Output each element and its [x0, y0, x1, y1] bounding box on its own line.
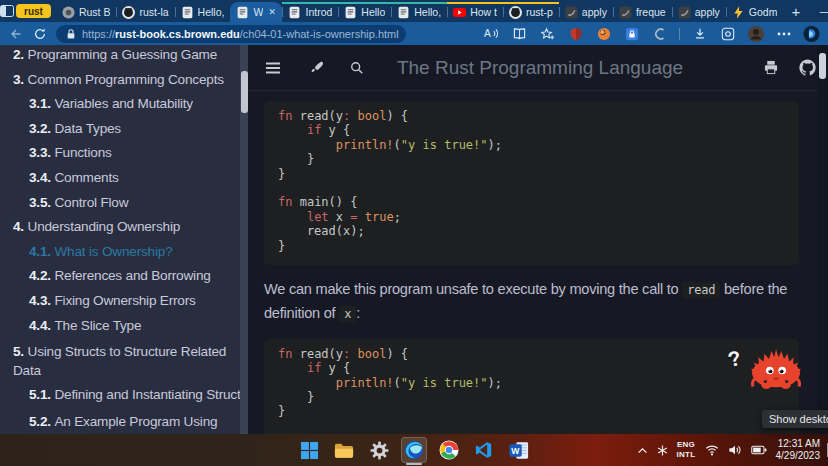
chapter-number: 3. — [13, 72, 28, 87]
sidebar-item[interactable]: 5.1. Defining and Instantiating Structs — [13, 387, 234, 403]
chapter-title: Variables and Mutability — [54, 96, 193, 111]
start-button[interactable] — [296, 437, 322, 463]
sidebar-item[interactable]: 2. Programming a Guessing Game — [13, 47, 234, 63]
book-title: The Rust Programming Language — [248, 57, 828, 79]
chapter-title: Understanding Ownership — [28, 219, 181, 234]
theme-brush-icon[interactable] — [306, 59, 324, 77]
tray-chevron-icon[interactable] — [637, 447, 648, 454]
browser-tab[interactable]: W✕ — [230, 2, 282, 22]
browser-tab[interactable]: freque — [613, 2, 672, 22]
code-block-2: fn read(y: bool) { if y { println!("y is… — [264, 339, 799, 434]
edge-taskbar-icon[interactable] — [401, 437, 427, 463]
sidebar-item[interactable]: 3.3. Functions — [13, 145, 234, 161]
browser-tab[interactable]: Hello — [338, 2, 391, 22]
browser-tab[interactable]: Hello, — [175, 2, 231, 22]
chapter-title: Control Flow — [54, 195, 128, 210]
settings-dots-icon[interactable] — [775, 25, 792, 42]
page-scrollbar-thumb[interactable] — [819, 53, 826, 79]
tab-group-pill[interactable]: rust — [16, 4, 51, 18]
tab-close-icon[interactable]: ✕ — [268, 7, 276, 17]
page-scrollbar[interactable] — [817, 45, 828, 434]
chapter-number: 2. — [13, 47, 28, 62]
refresh-icon[interactable] — [32, 26, 48, 42]
extension-shield-icon[interactable] — [567, 25, 584, 42]
rust-logo-icon — [62, 6, 75, 19]
sidebar-item[interactable]: 4.3. Fixing Ownership Errors — [13, 293, 234, 309]
volume-icon[interactable] — [728, 444, 742, 456]
browser-essentials-icon[interactable] — [719, 25, 736, 42]
browser-tab[interactable]: apply — [672, 2, 726, 22]
sidebar-item[interactable]: 3.5. Control Flow — [13, 195, 234, 211]
sidebar-scrollbar-thumb[interactable] — [241, 71, 248, 113]
new-tab-button[interactable]: + — [783, 3, 808, 20]
chrome-taskbar-icon[interactable] — [436, 437, 462, 463]
sidebar-item[interactable]: 5.2. An Example Program Using Structs — [13, 412, 234, 434]
immersive-reader-icon[interactable] — [511, 25, 528, 42]
extension-lock-icon[interactable] — [623, 25, 640, 42]
book-icon — [397, 6, 410, 19]
sidebar-item[interactable]: 3.2. Data Types — [13, 121, 234, 137]
code-line: fn main() { — [278, 195, 789, 209]
browser-tab[interactable]: Godm — [726, 2, 784, 22]
browser-tab[interactable]: rust-la — [116, 2, 174, 22]
minimize-button[interactable]: — — [808, 0, 828, 22]
battery-icon[interactable] — [751, 445, 767, 455]
browser-tab[interactable]: rust-p — [503, 2, 559, 22]
browser-toolbar: https://rust-book.cs.brown.edu/ch04-01-w… — [0, 22, 828, 45]
sidebar-item[interactable]: 4.2. References and Borrowing — [13, 268, 234, 284]
browser-tab[interactable]: Rust B — [56, 2, 117, 22]
downloads-icon[interactable] — [691, 25, 708, 42]
wifi-icon[interactable] — [705, 444, 719, 456]
settings-gear-icon[interactable] — [366, 437, 392, 463]
chapter-number: 5.2. — [29, 414, 54, 429]
search-icon[interactable] — [348, 59, 366, 77]
hamburger-menu-icon[interactable] — [264, 59, 282, 77]
url-path: /ch04-01-what-is-ownership.html — [240, 28, 399, 40]
github-icon — [122, 6, 135, 19]
lock-icon — [66, 28, 76, 40]
file-explorer-icon[interactable] — [331, 437, 357, 463]
language-indicator[interactable]: ENGINTL — [677, 440, 696, 459]
tab-label: apply — [582, 6, 607, 18]
tray-app-icon[interactable] — [657, 445, 668, 456]
back-icon[interactable] — [8, 26, 24, 42]
profile-avatar[interactable] — [747, 25, 764, 42]
browser-tab[interactable]: apply — [559, 2, 613, 22]
extension-crescent-icon[interactable] — [651, 25, 668, 42]
favorites-star-icon[interactable] — [539, 25, 556, 42]
tab-strip: Rust Brust-laHello,W✕IntrodHelloHello,Ho… — [56, 0, 784, 22]
sidebar-item[interactable]: 3.1. Variables and Mutability — [13, 96, 234, 112]
vscode-taskbar-icon[interactable] — [471, 437, 497, 463]
sidebar-item[interactable]: 4.4. The Slice Type — [13, 318, 234, 334]
print-icon[interactable] — [762, 59, 780, 77]
sidebar-item[interactable]: 4. Understanding Ownership — [13, 219, 234, 235]
browser-window: rust Rust Brust-laHello,W✕IntrodHelloHel… — [0, 0, 828, 434]
address-bar[interactable]: https://rust-book.cs.brown.edu/ch04-01-w… — [56, 25, 406, 43]
tab-label: rust-la — [139, 6, 168, 18]
sidebar-item[interactable]: 3. Common Programming Concepts — [13, 72, 234, 88]
chapter-title: Fixing Ownership Errors — [54, 293, 195, 308]
word-taskbar-icon[interactable]: W — [506, 437, 532, 463]
copilot-icon[interactable] — [803, 25, 820, 42]
screen: rust Rust Brust-laHello,W✕IntrodHelloHel… — [0, 0, 828, 466]
taskbar-clock[interactable]: 12:31 AM 4/29/2023 — [776, 438, 821, 463]
read-aloud-icon[interactable]: A — [483, 25, 500, 42]
tab-actions-icon[interactable] — [0, 0, 14, 22]
lightning-icon — [732, 6, 745, 19]
sidebar-scrollbar[interactable] — [240, 45, 248, 434]
browser-tab[interactable]: Introd — [282, 2, 338, 22]
tab-label: Hello — [361, 6, 385, 18]
youtube-icon — [453, 6, 466, 19]
github-icon[interactable] — [798, 59, 816, 77]
browser-content: 2. Programming a Guessing Game3. Common … — [0, 45, 828, 434]
extension-orange-icon[interactable] — [595, 25, 612, 42]
browser-tab[interactable]: Hello, — [391, 2, 447, 22]
code-line: if y { — [278, 123, 789, 137]
sidebar-item[interactable]: 3.4. Comments — [13, 170, 234, 186]
sidebar-item[interactable]: 5. Using Structs to Structure Related Da… — [13, 342, 234, 380]
paragraph: We can make this program unsafe to execu… — [264, 278, 816, 327]
sidebar-item[interactable]: 4.1. What is Ownership? — [13, 244, 234, 260]
browser-tab[interactable]: How t — [447, 2, 503, 22]
tab-label: rust-p — [526, 6, 553, 18]
chapter-number: 3.5. — [29, 195, 54, 210]
